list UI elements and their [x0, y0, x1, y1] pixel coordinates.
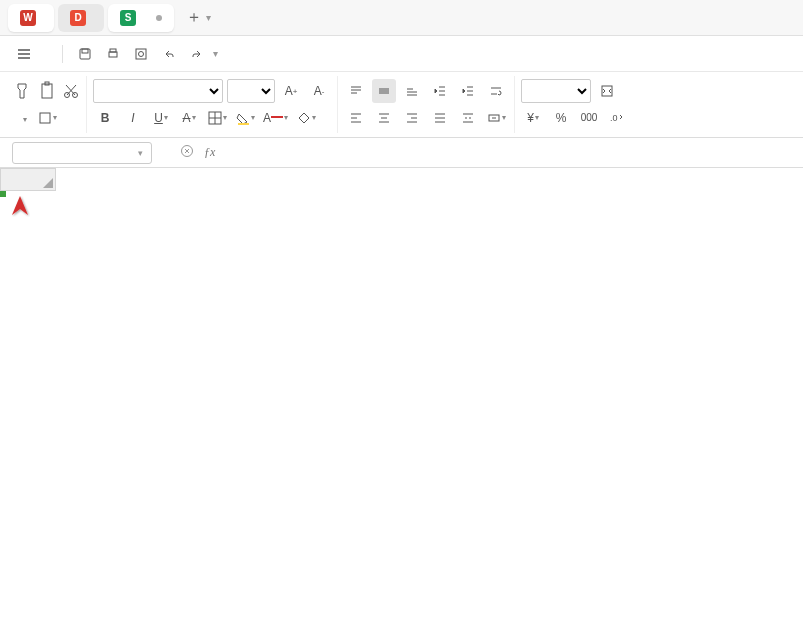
- selection-outline: [0, 191, 4, 195]
- decrease-indent-icon[interactable]: [428, 79, 452, 103]
- justify-icon[interactable]: [428, 106, 452, 130]
- spreadsheet-grid[interactable]: [0, 168, 56, 191]
- align-right-icon[interactable]: [400, 106, 424, 130]
- align-center-icon[interactable]: [372, 106, 396, 130]
- merge-cells-button[interactable]: ▾: [484, 106, 508, 130]
- print-icon[interactable]: [101, 42, 125, 66]
- align-top-icon[interactable]: [344, 79, 368, 103]
- spreadsheet-icon: S: [120, 10, 136, 26]
- fx-icon[interactable]: ƒx: [204, 145, 215, 160]
- font-color-button[interactable]: A▾: [261, 106, 290, 130]
- align-left-icon[interactable]: [344, 106, 368, 130]
- font-size-select[interactable]: [227, 79, 275, 103]
- format-brush-button[interactable]: [14, 81, 34, 101]
- distribute-icon[interactable]: [456, 106, 480, 130]
- increase-font-icon[interactable]: A+: [279, 79, 303, 103]
- underline-button[interactable]: U▾: [149, 106, 173, 130]
- svg-rect-4: [136, 49, 146, 59]
- chevron-down-icon: ▾: [138, 148, 143, 158]
- bold-button[interactable]: B: [93, 106, 117, 130]
- select-all-corner[interactable]: [1, 169, 56, 191]
- wrap-text-button[interactable]: [484, 79, 508, 103]
- strikethrough-button[interactable]: A▾: [177, 106, 201, 130]
- chevron-down-icon[interactable]: ▾: [213, 48, 218, 59]
- cancel-edit-icon[interactable]: [180, 144, 194, 161]
- svg-rect-12: [238, 123, 249, 125]
- redo-icon[interactable]: [185, 42, 209, 66]
- paste-label[interactable]: ▾: [22, 112, 27, 124]
- cut-button[interactable]: [62, 82, 80, 100]
- title-bar: W D S ＋ ▾: [0, 0, 803, 36]
- currency-button[interactable]: ¥▾: [521, 106, 545, 130]
- menu-bar: ▾: [0, 36, 803, 72]
- paste-button[interactable]: [38, 81, 58, 101]
- name-box[interactable]: ▾: [12, 142, 152, 164]
- new-tab-button[interactable]: ＋ ▾: [186, 7, 211, 28]
- unsaved-dot-icon: [156, 15, 162, 21]
- formula-input[interactable]: [225, 145, 791, 160]
- save-icon[interactable]: [73, 42, 97, 66]
- autofit-icon[interactable]: [595, 79, 619, 103]
- template-tab[interactable]: D: [58, 4, 104, 32]
- formula-bar: ▾ ƒx: [0, 138, 803, 168]
- italic-button[interactable]: I: [121, 106, 145, 130]
- highlight-button[interactable]: ▾: [294, 106, 318, 130]
- spreadsheet: [0, 168, 803, 191]
- decrease-font-icon[interactable]: A-: [307, 79, 331, 103]
- number-format-select[interactable]: [521, 79, 591, 103]
- svg-rect-1: [82, 49, 88, 53]
- svg-rect-13: [489, 115, 499, 121]
- svg-text:.0: .0: [610, 113, 618, 123]
- align-bottom-icon[interactable]: [400, 79, 424, 103]
- svg-rect-6: [42, 84, 52, 98]
- thousands-button[interactable]: 000: [577, 106, 601, 130]
- svg-rect-11: [209, 112, 221, 124]
- plus-icon: ＋: [186, 7, 202, 28]
- workbook-tab[interactable]: S: [108, 4, 174, 32]
- chevron-down-icon: ▾: [206, 12, 211, 23]
- template-icon: D: [70, 10, 86, 26]
- print-preview-icon[interactable]: [129, 42, 153, 66]
- selection-fill-handle[interactable]: [0, 191, 6, 197]
- clipboard-icon[interactable]: ▾: [35, 106, 59, 130]
- app-tab[interactable]: W: [8, 4, 54, 32]
- increase-indent-icon[interactable]: [456, 79, 480, 103]
- svg-rect-14: [602, 86, 612, 96]
- border-button[interactable]: ▾: [205, 106, 229, 130]
- svg-rect-10: [40, 113, 50, 123]
- svg-point-5: [139, 51, 144, 56]
- increase-decimal-icon[interactable]: .0: [605, 106, 629, 130]
- svg-rect-3: [110, 49, 116, 52]
- fill-color-button[interactable]: ▾: [233, 106, 257, 130]
- svg-rect-2: [109, 52, 117, 57]
- font-family-select[interactable]: [93, 79, 223, 103]
- percent-button[interactable]: %: [549, 106, 573, 130]
- toolbar-ribbon: ▾ ▾ A+ A- B I U▾ A▾ ▾ ▾ A▾ ▾: [0, 72, 803, 138]
- annotation-arrow-icon: [0, 191, 60, 371]
- hamburger-icon[interactable]: [12, 42, 36, 66]
- align-middle-icon[interactable]: [372, 79, 396, 103]
- undo-icon[interactable]: [157, 42, 181, 66]
- wps-logo-icon: W: [20, 10, 36, 26]
